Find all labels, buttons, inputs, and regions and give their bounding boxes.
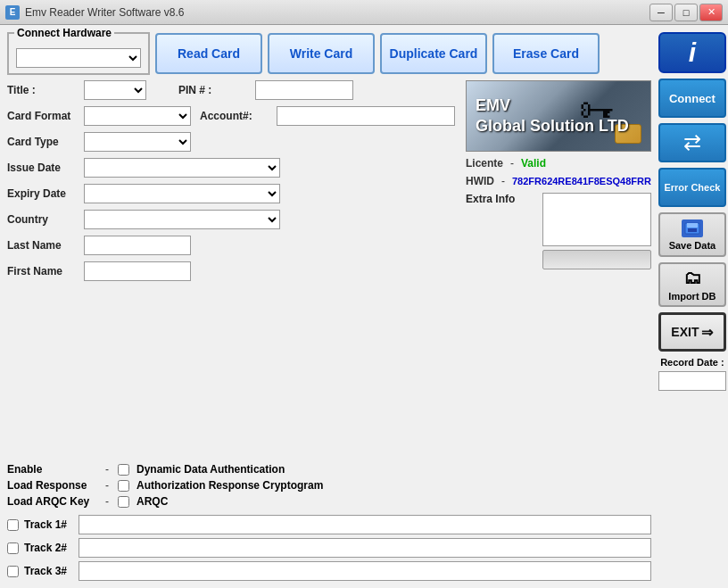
usb-icon: ⇄ <box>683 130 701 155</box>
app-icon: E <box>5 5 20 20</box>
track2-checkbox[interactable] <box>7 542 19 554</box>
load-arqc-label: Load ARQC Key <box>7 495 96 508</box>
emv-banner: EMV Global Solution LTD 🗝 <box>466 80 651 152</box>
track3-checkbox[interactable] <box>7 566 19 577</box>
record-date-input[interactable] <box>658 371 726 391</box>
track2-input[interactable] <box>79 538 651 558</box>
erase-card-button[interactable]: Erase Card <box>492 33 600 74</box>
title-label: Title : <box>7 84 79 96</box>
info-button[interactable]: i <box>658 32 726 73</box>
first-name-row: First Name <box>7 261 455 281</box>
svg-rect-1 <box>687 223 698 228</box>
track1-checkbox[interactable] <box>7 519 19 531</box>
connect-button[interactable]: Connect <box>658 79 726 118</box>
load-response-row: Load Response - Authorization Response C… <box>7 479 651 492</box>
enable-label: Enable <box>7 463 96 476</box>
load-response-text: Authorization Response Cryptogram <box>136 479 323 492</box>
title-select[interactable] <box>84 80 146 100</box>
extra-info-label: Extra Info <box>466 193 537 205</box>
hwid-row: HWID - 782FR624RE841F8ESQ48FRR <box>466 175 651 187</box>
title-pin-row: Title : PIN # : <box>7 80 455 100</box>
extra-info-textarea[interactable] <box>542 193 651 246</box>
expiry-date-row: Expiry Date <box>7 184 455 203</box>
save-data-button[interactable]: Save Data <box>658 212 726 257</box>
expiry-date-select[interactable] <box>84 184 280 203</box>
card-format-select[interactable] <box>84 106 191 126</box>
save-data-label: Save Data <box>669 240 716 251</box>
card-type-row: Card Type <box>7 132 455 152</box>
minimize-button[interactable]: ─ <box>649 4 673 21</box>
card-type-select[interactable] <box>84 132 191 152</box>
usb-button[interactable]: ⇄ <box>658 123 726 162</box>
import-icon: 🗂 <box>683 268 701 288</box>
track3-label: Track 3# <box>24 565 73 577</box>
right-sidebar: i Connect ⇄ Error Check Save Data 🗂 Impo… <box>658 32 726 581</box>
maximize-button[interactable]: □ <box>674 4 698 21</box>
license-status: Valid <box>521 157 546 170</box>
issue-date-select[interactable] <box>84 158 280 178</box>
svg-rect-2 <box>688 228 697 232</box>
country-label: Country <box>7 213 79 226</box>
license-label: Licente <box>466 157 503 170</box>
close-button[interactable]: ✕ <box>699 4 723 21</box>
import-db-label: Import DB <box>668 291 716 302</box>
window-controls: ─ □ ✕ <box>649 4 723 21</box>
enable-checkbox[interactable] <box>118 464 129 476</box>
first-name-label: First Name <box>7 265 79 277</box>
import-db-button[interactable]: 🗂 Import DB <box>658 262 726 307</box>
read-card-button[interactable]: Read Card <box>155 33 262 74</box>
last-name-input[interactable] <box>84 236 191 255</box>
track1-label: Track 1# <box>24 518 73 531</box>
track1-input[interactable] <box>79 515 651 534</box>
track2-row: Track 2# <box>7 538 651 558</box>
record-date-label: Record Date : <box>660 357 724 368</box>
last-name-row: Last Name <box>7 236 455 255</box>
title-bar: E Emv Reader Writer Software v8.6 ─ □ ✕ <box>0 0 728 25</box>
hwid-value: 782FR624RE841F8ESQ48FRR <box>512 176 651 186</box>
load-arqc-text: ARQC <box>136 495 168 508</box>
main-window: Connect Hardware Read Card Write Card Du… <box>0 25 728 588</box>
country-row: Country <box>7 210 455 229</box>
expiry-date-label: Expiry Date <box>7 187 79 200</box>
info-icon: i <box>689 37 696 68</box>
error-check-button[interactable]: Error Check <box>658 168 726 207</box>
track-section: Track 1# Track 2# Track 3# <box>7 515 651 581</box>
connect-hardware-label: Connect Hardware <box>14 27 114 39</box>
checkbox-section: Enable - Dynamic Data Authentication Loa… <box>7 463 651 508</box>
connect-hardware-group: Connect Hardware <box>7 32 150 75</box>
load-arqc-checkbox[interactable] <box>118 496 129 508</box>
load-response-label: Load Response <box>7 479 96 492</box>
load-arqc-dash: - <box>105 495 109 508</box>
card-type-label: Card Type <box>7 136 79 148</box>
progress-bar <box>542 250 651 269</box>
license-dash: - <box>510 157 514 170</box>
connect-hardware-select[interactable] <box>16 48 141 68</box>
hwid-dash: - <box>501 175 505 187</box>
duplicate-card-button[interactable]: Duplicate Card <box>380 33 487 74</box>
exit-label: EXIT <box>671 325 699 339</box>
card-format-account-row: Card Format Account#: <box>7 106 455 126</box>
account-input[interactable] <box>277 106 455 126</box>
load-response-dash: - <box>105 479 109 492</box>
license-row: Licente - Valid <box>466 157 651 170</box>
country-select[interactable] <box>84 210 280 229</box>
write-card-button[interactable]: Write Card <box>268 33 375 74</box>
window-title: Emv Reader Writer Software v8.6 <box>25 6 649 19</box>
pin-label: PIN # : <box>178 84 250 96</box>
enable-text: Dynamic Data Authentication <box>136 463 285 476</box>
first-name-input[interactable] <box>84 261 191 281</box>
track3-input[interactable] <box>79 561 651 581</box>
issue-date-row: Issue Date <box>7 158 455 178</box>
load-response-checkbox[interactable] <box>118 480 129 492</box>
account-label: Account#: <box>200 110 271 122</box>
exit-button[interactable]: EXIT ⇒ <box>658 312 726 352</box>
pin-input[interactable] <box>255 80 353 100</box>
card-format-label: Card Format <box>7 110 79 122</box>
load-arqc-row: Load ARQC Key - ARQC <box>7 495 651 508</box>
exit-arrow-icon: ⇒ <box>701 324 713 341</box>
enable-dash: - <box>105 463 109 476</box>
save-icon <box>682 219 703 237</box>
track1-row: Track 1# <box>7 515 651 534</box>
track3-row: Track 3# <box>7 561 651 581</box>
enable-row: Enable - Dynamic Data Authentication <box>7 463 651 476</box>
